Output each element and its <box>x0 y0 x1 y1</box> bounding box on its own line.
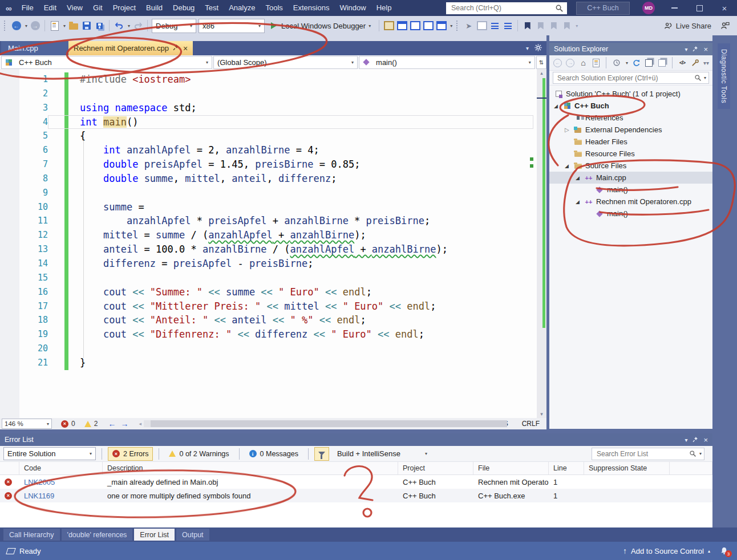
save-all-icon[interactable] <box>94 21 105 31</box>
column-header-suppression-state[interactable]: Suppression State <box>584 462 670 474</box>
pin-tab-icon[interactable] <box>173 44 179 52</box>
code-line-10[interactable]: 10 summe = <box>0 200 533 214</box>
code-line-18[interactable]: 18 cout << "Anteil: " << anteil << " %" … <box>0 313 533 327</box>
scroll-up-icon[interactable]: ▴ <box>537 70 546 76</box>
toolbar-drag-handle[interactable] <box>4 21 7 31</box>
tree-expanded-arrow-icon[interactable]: ◢ <box>554 103 562 109</box>
menu-item-window[interactable]: Window <box>334 0 371 16</box>
navigate-back-caret-icon[interactable]: ▾ <box>25 23 27 29</box>
menu-item-view[interactable]: View <box>62 0 88 16</box>
code-editor[interactable]: 1#include <iostream>23using namespace st… <box>0 69 546 418</box>
add-to-source-control-button[interactable]: Add to Source Control <box>631 547 704 555</box>
diagnostic-tools-tab[interactable]: Diagnostic Tools <box>718 43 730 109</box>
code-content[interactable]: 1#include <iostream>23using namespace st… <box>0 72 546 370</box>
live-share-button[interactable]: Live Share <box>664 22 711 30</box>
bookmark-icon[interactable] <box>522 21 533 31</box>
member-navigation-combo[interactable]: main()▾ <box>359 56 535 69</box>
menu-item-extensions[interactable]: Extensions <box>288 0 335 16</box>
code-line-20[interactable]: 20 <box>0 342 533 356</box>
solution-platforms-combo[interactable]: x86▾ <box>199 19 265 33</box>
code-line-12[interactable]: 12 mittel = summe / (anzahlApfel + anzah… <box>0 228 533 242</box>
bottom-tab-error-list[interactable]: Error List <box>134 529 175 541</box>
restore-button[interactable] <box>687 0 712 16</box>
code-line-8[interactable]: 8 double summe, mittel, anteil, differen… <box>0 172 533 186</box>
navigate-back-icon[interactable]: ← <box>11 21 22 31</box>
open-file-icon[interactable] <box>68 21 79 31</box>
error-list-search[interactable]: ▾ <box>592 448 704 460</box>
menu-item-project[interactable]: Project <box>108 0 141 16</box>
decrease-indent-icon[interactable] <box>489 21 500 31</box>
windows-dropdown-caret-icon[interactable]: ▾ <box>450 23 452 29</box>
undo-icon[interactable] <box>114 21 124 31</box>
document-list-dropdown-icon[interactable]: ▾ <box>526 45 529 51</box>
search-options-caret-icon[interactable]: ▾ <box>699 451 702 456</box>
error-scope-combo[interactable]: Entire Solution▾ <box>3 447 96 460</box>
bottom-tab-double-references[interactable]: 'double' references <box>62 529 133 541</box>
error-row-lnk1169[interactable]: ×LNK1169one or more multiply defined sym… <box>0 489 712 502</box>
menu-item-help[interactable]: Help <box>371 0 397 16</box>
code-line-9[interactable]: 9 <box>0 186 533 200</box>
code-line-17[interactable]: 17 cout << "Mittlerer Preis: " << mittel… <box>0 299 533 314</box>
refresh-icon[interactable] <box>631 58 641 68</box>
start-debugging-button[interactable]: Local Windows Debugger ▾ <box>267 19 375 33</box>
solution-explorer-search-input[interactable] <box>556 74 694 83</box>
horizontal-scrollbar[interactable] <box>144 420 422 427</box>
object-browser-icon[interactable] <box>436 21 447 31</box>
panel-close-icon[interactable]: × <box>703 436 708 444</box>
code-line-14[interactable]: 14 differenz = preisApfel - preisBirne; <box>0 257 533 271</box>
column-header-project[interactable]: Project <box>398 462 473 474</box>
scope-navigation-combo[interactable]: (Global Scope)▾ <box>213 56 358 69</box>
feedback-icon[interactable] <box>719 21 730 31</box>
panel-close-icon[interactable]: × <box>703 45 708 54</box>
navigate-forward-arrow-icon[interactable]: → <box>120 419 128 428</box>
team-explorer-icon[interactable] <box>410 21 420 31</box>
quick-search-box[interactable] <box>446 2 567 14</box>
tree-expanded-arrow-icon[interactable]: ◢ <box>565 163 573 169</box>
menu-item-edit[interactable]: Edit <box>39 0 62 16</box>
minimize-button[interactable] <box>662 0 687 16</box>
vertical-scrollbar[interactable]: ▴ ▾ <box>537 69 546 418</box>
close-button[interactable]: × <box>712 0 737 16</box>
tree-item-solution-c-buch-1-of-1-project[interactable]: Solution 'C++ Buch' (1 of 1 project) <box>549 88 712 100</box>
tree-expanded-arrow-icon[interactable]: ◢ <box>576 175 584 181</box>
menu-item-test[interactable]: Test <box>200 0 224 16</box>
error-list-search-input[interactable] <box>596 449 689 458</box>
tab-options-gear-icon[interactable] <box>534 44 542 52</box>
error-list-header[interactable]: Error List ▾ × <box>0 433 712 446</box>
tree-item-main-cpp[interactable]: ◢++Main.cpp <box>549 172 712 184</box>
menu-item-git[interactable]: Git <box>88 0 108 16</box>
editor-warning-count-icon[interactable] <box>84 421 91 427</box>
code-line-6[interactable]: 6 int anzahlApfel = 2, anzahlBirne = 4; <box>0 143 533 157</box>
split-window-button[interactable]: ⇅ <box>536 56 546 69</box>
toolbar-overflow-icon[interactable]: ▾▾ <box>703 60 709 66</box>
tree-item-header-files[interactable]: Header Files <box>549 136 712 148</box>
messages-filter-button[interactable]: i 0 Messages <box>245 448 302 460</box>
code-line-21[interactable]: 21} <box>0 356 533 370</box>
code-line-4[interactable]: 4int main() <box>0 115 533 129</box>
close-tab-icon[interactable]: × <box>183 44 188 52</box>
pending-changes-filter-icon[interactable] <box>612 58 621 68</box>
tree-item-source-files[interactable]: ◢Source Files <box>549 160 712 172</box>
menu-item-file[interactable]: File <box>17 0 39 16</box>
error-row-lnk2005[interactable]: ×LNK2005_main already defined in Main.ob… <box>0 475 712 489</box>
account-avatar[interactable]: MD <box>642 2 655 14</box>
new-file-icon[interactable] <box>49 21 60 31</box>
tab-main-cpp[interactable]: Main.cpp <box>1 41 68 55</box>
warnings-filter-button[interactable]: 0 of 2 Warnings <box>165 448 233 460</box>
solution-configurations-combo[interactable]: Debug▾ <box>152 19 196 33</box>
filter-caret-icon[interactable]: ▾ <box>626 60 628 66</box>
filter-toggle-button[interactable] <box>314 447 329 461</box>
tree-item-rechnen-mit-operatoren-cpp[interactable]: ◢++Rechnen mit Operatoren.cpp <box>549 196 712 208</box>
project-navigation-combo[interactable]: C++ Buch▾ <box>1 56 212 69</box>
tree-item-resource-files[interactable]: Resource Files <box>549 148 712 160</box>
class-view-icon[interactable] <box>423 21 434 31</box>
source-control-caret-icon[interactable]: ▴ <box>708 549 710 554</box>
collapse-all-icon[interactable] <box>645 58 654 68</box>
editor-error-count-icon[interactable]: × <box>61 420 68 428</box>
code-line-1[interactable]: 1#include <iostream> <box>0 72 533 87</box>
bookmarks-caret-icon[interactable]: ▾ <box>576 23 578 29</box>
severity-column-header[interactable] <box>0 462 19 474</box>
solution-explorer-toolbar-icon[interactable] <box>396 21 407 31</box>
find-in-files-icon[interactable] <box>383 21 394 31</box>
tree-collapsed-arrow-icon[interactable]: ▷ <box>565 127 573 133</box>
